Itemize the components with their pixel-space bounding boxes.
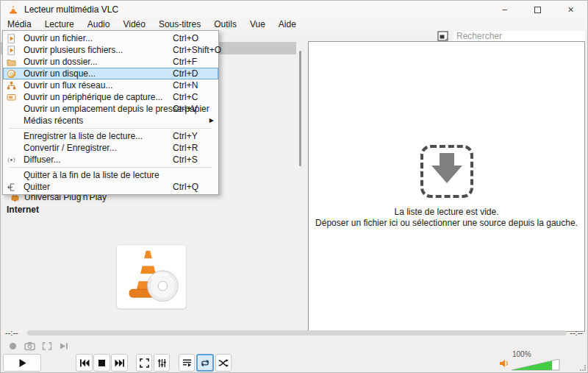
menu-item-label: Quitter à la fin de la liste de lecture [24, 170, 159, 180]
menu-item-shortcut: Ctrl+R [173, 142, 198, 154]
menu-item-quitter-fin-liste[interactable]: Quitter à la fin de la liste de lecture [3, 169, 218, 181]
ab-loop-icon[interactable] [42, 341, 52, 351]
menu-item-shortcut: Ctrl+V [173, 103, 198, 115]
vlc-app-icon [8, 4, 18, 15]
playlist-empty-title: La liste de lecture est vide. [394, 207, 498, 218]
menu-separator [9, 167, 212, 168]
menubar-item-sous-titres[interactable]: Sous-titres [152, 18, 207, 30]
menu-item-shortcut: Ctrl+D [173, 68, 198, 79]
maximize-icon [534, 7, 541, 13]
resize-grip[interactable] [580, 365, 586, 371]
playlist-icon [182, 358, 192, 367]
close-button[interactable]: × [554, 1, 587, 18]
maximize-button[interactable] [521, 1, 554, 18]
volume-group: 100% [499, 353, 580, 372]
download-arrow-icon [431, 166, 462, 183]
menu-item-ouvrir-fichier[interactable]: Ouvrir un fichier... Ctrl+O [3, 32, 218, 44]
change-view-icon[interactable] [437, 31, 449, 42]
transport-controls: 100% [1, 353, 587, 372]
menu-item-shortcut: Ctrl+Q [173, 181, 198, 193]
file-play-icon [7, 34, 16, 43]
fullscreen-button[interactable] [136, 354, 152, 372]
frame-by-frame-icon[interactable] [59, 341, 68, 351]
menubar-item-vue[interactable]: Vue [243, 18, 272, 30]
menu-item-label: Convertir / Enregistrer... [24, 143, 117, 153]
menubar-item-video[interactable]: Vidéo [116, 18, 151, 30]
menubar-item-aide[interactable]: Aide [272, 18, 303, 30]
menu-item-label: Ouvrir un fichier... [24, 33, 93, 43]
menu-item-label: Ouvrir un périphérique de capture... [24, 92, 162, 102]
menu-item-convertir-enregistrer[interactable]: Convertir / Enregistrer... Ctrl+R [3, 142, 218, 154]
extended-settings-button[interactable] [154, 354, 170, 372]
previous-icon [79, 359, 90, 367]
menu-item-enregistrer-liste[interactable]: Enregistrer la liste de lecture... Ctrl+… [3, 130, 218, 142]
seek-slider[interactable] [27, 330, 567, 335]
time-total: --:-- [570, 328, 583, 337]
vlc-cone-logo [121, 248, 182, 305]
menu-item-label: Diffuser... [24, 154, 60, 165]
menu-item-shortcut: Ctrl+Y [173, 130, 198, 142]
fullscreen-icon [140, 358, 149, 368]
playlist-empty-subtitle: Déposer un fichier ici ou sélectionner u… [315, 218, 578, 229]
menu-bar: Média Lecture Audio Vidéo Sous-titres Ou… [1, 18, 587, 30]
menubar-item-media[interactable]: Média [1, 18, 38, 30]
seek-row: --:-- --:-- [1, 327, 587, 339]
speaker-icon[interactable] [499, 359, 510, 368]
capture-icon [7, 93, 16, 102]
media-menu: Ouvrir un fichier... Ctrl+O Ouvrir plusi… [2, 30, 219, 195]
loop-button[interactable] [196, 354, 214, 372]
menu-item-ouvrir-dossier[interactable]: Ouvrir un dossier... Ctrl+F [3, 56, 218, 68]
menu-item-shortcut: Ctrl+O [173, 32, 198, 44]
menu-item-ouvrir-disque[interactable]: Ouvrir un disque... Ctrl+D [3, 68, 218, 79]
menu-item-medias-recents[interactable]: Médias récents ▶ [3, 115, 218, 127]
stop-icon [98, 360, 105, 366]
title-bar: Lecteur multimédia VLC – × [1, 1, 587, 18]
vlc-logo-card [116, 244, 187, 309]
sidebar-header-internet[interactable]: Internet [7, 205, 39, 215]
shuffle-button[interactable] [215, 354, 232, 372]
menu-item-ouvrir-peripherique-capture[interactable]: Ouvrir un périphérique de capture... Ctr… [3, 91, 218, 103]
next-button[interactable] [111, 354, 128, 372]
drop-zone[interactable] [420, 145, 473, 198]
volume-slider[interactable] [512, 358, 560, 371]
menubar-item-outils[interactable]: Outils [207, 18, 243, 30]
broadcast-icon [7, 155, 16, 165]
playlist-button[interactable] [179, 354, 195, 372]
menu-item-label: Médias récents [24, 116, 83, 126]
menu-item-shortcut: Ctrl+S [173, 154, 198, 166]
menu-item-shortcut: Ctrl+N [173, 79, 198, 91]
menu-separator [9, 128, 212, 129]
network-icon [7, 81, 16, 90]
menu-item-label: Enregistrer la liste de lecture... [24, 131, 143, 141]
submenu-arrow-icon: ▶ [209, 115, 214, 127]
menu-item-label: Ouvrir un disque... [24, 68, 96, 79]
menu-item-label: Quitter [24, 182, 50, 192]
menu-item-shortcut: Ctrl+C [173, 91, 198, 103]
search-input[interactable] [453, 31, 585, 42]
menu-item-quitter[interactable]: Quitter Ctrl+Q [3, 181, 218, 193]
time-elapsed: --:-- [5, 328, 18, 337]
menu-item-ouvrir-plusieurs-fichiers[interactable]: Ouvrir plusieurs fichiers... Ctrl+Shift+… [3, 44, 218, 56]
menubar-item-lecture[interactable]: Lecture [38, 18, 81, 30]
menu-item-label: Ouvrir un dossier... [24, 57, 98, 67]
snapshot-icon[interactable] [24, 341, 35, 351]
play-button[interactable] [3, 354, 41, 372]
menu-item-shortcut: Ctrl+Shift+O [173, 44, 221, 56]
menu-item-ouvrir-flux-reseau[interactable]: Ouvrir un flux réseau... Ctrl+N [3, 79, 218, 91]
minimize-button[interactable]: – [488, 1, 521, 18]
record-icon[interactable] [8, 341, 18, 351]
shuffle-icon [218, 359, 229, 367]
menu-item-ouvrir-emplacement-presse-papier[interactable]: Ouvrir un emplacement depuis le presse-p… [3, 103, 218, 115]
menubar-item-audio[interactable]: Audio [81, 18, 117, 30]
sidebar-scrollbar[interactable] [299, 51, 301, 166]
folder-icon [7, 57, 16, 67]
file-play-icon [7, 46, 16, 55]
loop-icon [200, 359, 210, 367]
previous-button[interactable] [76, 354, 93, 372]
playlist-panel: La liste de lecture est vide. Déposer un… [308, 41, 585, 332]
next-icon [115, 359, 125, 367]
window-title: Lecteur multimédia VLC [24, 4, 118, 15]
menu-item-diffuser[interactable]: Diffuser... Ctrl+S [3, 154, 218, 166]
stop-button[interactable] [93, 354, 110, 372]
disc-icon [7, 69, 16, 79]
